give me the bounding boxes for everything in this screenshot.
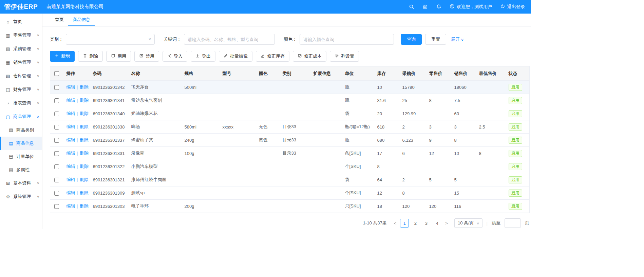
page-button-1[interactable]: 1 bbox=[400, 219, 409, 227]
delete-link[interactable]: 删除 bbox=[80, 164, 89, 169]
column-settings-button[interactable]: 列设置 bbox=[330, 51, 359, 62]
row-checkbox[interactable] bbox=[54, 85, 59, 90]
row-checkbox[interactable] bbox=[54, 164, 59, 169]
delete-link[interactable]: 删除 bbox=[80, 84, 89, 90]
main-area: 首页商品信息 类别： ∨ 关键词： 颜色： 查询 重置 展开∨ bbox=[42, 14, 531, 229]
sidebar-item-sales[interactable]: ▦销售管理∨ bbox=[0, 56, 42, 69]
add-button[interactable]: 新增 bbox=[50, 51, 75, 62]
table-cell: 只[SKU] bbox=[342, 200, 374, 213]
table-cell: 6901236301342 bbox=[90, 81, 128, 94]
keyword-input[interactable] bbox=[184, 34, 275, 45]
table-cell: 120 bbox=[399, 200, 426, 213]
row-checkbox[interactable] bbox=[54, 178, 59, 182]
sidebar-item-measure-unit[interactable]: ▤计量单位 bbox=[0, 150, 42, 163]
sidebar-item-warehouse[interactable]: ▧仓库管理∨ bbox=[0, 69, 42, 83]
page-button-3[interactable]: 3 bbox=[422, 219, 431, 227]
sidebar-item-label: 多属性 bbox=[16, 167, 39, 173]
search-button[interactable]: 查询 bbox=[401, 34, 422, 45]
chevron-down-icon: ∨ bbox=[37, 88, 40, 91]
sidebar-item-basic-data[interactable]: ⊞基本资料∨ bbox=[0, 176, 42, 190]
edit-link[interactable]: 编辑 bbox=[67, 111, 75, 116]
export-button[interactable]: 导出 bbox=[191, 51, 215, 62]
delete-link[interactable]: 删除 bbox=[80, 124, 89, 129]
fix-stock-button[interactable]: 修正库存 bbox=[256, 51, 289, 62]
sidebar-item-purchase[interactable]: ▤采购管理∨ bbox=[0, 42, 42, 56]
search-icon[interactable] bbox=[409, 4, 414, 9]
sidebar-item-product[interactable]: ▢商品管理∧ bbox=[0, 110, 42, 123]
disable-button[interactable]: 禁用 bbox=[134, 51, 159, 62]
sidebar-item-product-info[interactable]: ▤商品信息 bbox=[0, 137, 42, 150]
status-badge: 启用 bbox=[509, 163, 522, 170]
batch-edit-button[interactable]: 批量编辑 bbox=[219, 51, 252, 62]
sidebar-item-system[interactable]: ⚙系统管理∨ bbox=[0, 190, 42, 203]
row-checkbox[interactable] bbox=[54, 112, 59, 116]
table-cell bbox=[476, 160, 505, 173]
page-size-select[interactable]: 10 条/页 ∨ bbox=[454, 218, 482, 228]
table-cell: 2 bbox=[399, 173, 426, 186]
bank-icon[interactable] bbox=[422, 4, 428, 9]
pencil-icon bbox=[224, 54, 228, 59]
enable-button[interactable]: 启用 bbox=[106, 51, 131, 62]
table-cell bbox=[310, 200, 342, 213]
prev-page-icon[interactable]: < bbox=[392, 221, 398, 226]
table-cell: 小鹏汽车模型 bbox=[128, 160, 181, 173]
bell-icon[interactable] bbox=[436, 4, 441, 9]
delete-link[interactable]: 删除 bbox=[80, 177, 89, 182]
edit-link[interactable]: 编辑 bbox=[67, 151, 75, 156]
table-cell: 15 bbox=[451, 186, 476, 200]
edit-link[interactable]: 编辑 bbox=[67, 203, 75, 209]
page-button-2[interactable]: 2 bbox=[411, 219, 420, 227]
jump-page-input[interactable] bbox=[505, 218, 521, 228]
edit-link[interactable]: 编辑 bbox=[67, 124, 75, 129]
tab-product-info[interactable]: 商品信息 bbox=[68, 14, 95, 26]
welcome-user[interactable]: 欢迎您，测试用户 bbox=[450, 4, 492, 10]
sidebar-item-report[interactable]: ◔报表查询∨ bbox=[0, 96, 42, 110]
color-input[interactable] bbox=[300, 34, 394, 45]
delete-link[interactable]: 删除 bbox=[80, 111, 89, 116]
fix-cost-button[interactable]: 修正成本 bbox=[293, 51, 326, 62]
delete-button[interactable]: 删除 bbox=[78, 51, 103, 62]
edit-link[interactable]: 编辑 bbox=[67, 177, 75, 182]
expand-link[interactable]: 展开∨ bbox=[451, 36, 463, 42]
sidebar-item-retail[interactable]: ▥零售管理∨ bbox=[0, 28, 42, 42]
table-cell: 25 bbox=[399, 94, 426, 107]
sidebar-item-product-category[interactable]: ▤商品类别 bbox=[0, 123, 42, 137]
table-cell bbox=[255, 160, 279, 173]
edit-link[interactable]: 编辑 bbox=[67, 98, 75, 103]
edit-link[interactable]: 编辑 bbox=[67, 164, 75, 169]
row-checkbox[interactable] bbox=[54, 204, 59, 209]
category-select[interactable]: ∨ bbox=[66, 34, 155, 45]
tab-home[interactable]: 首页 bbox=[51, 14, 68, 26]
chevron-down-icon: ∨ bbox=[37, 101, 40, 105]
delete-link[interactable]: 删除 bbox=[80, 137, 89, 142]
sidebar-item-home[interactable]: ⌂首页 bbox=[0, 15, 42, 28]
import-button[interactable]: 导入 bbox=[163, 51, 187, 62]
table-cell: 31.6 bbox=[374, 94, 399, 107]
table-cell: 3 bbox=[426, 120, 451, 134]
table-cell bbox=[219, 147, 255, 160]
select-all-checkbox[interactable] bbox=[54, 71, 59, 76]
delete-link[interactable]: 删除 bbox=[80, 98, 89, 103]
row-checkbox[interactable] bbox=[54, 98, 59, 103]
row-checkbox[interactable] bbox=[54, 138, 59, 143]
sidebar-item-multi-attribute[interactable]: ▤多属性 bbox=[0, 163, 42, 176]
row-checkbox[interactable] bbox=[54, 125, 59, 130]
sidebar-item-label: 基本资料 bbox=[13, 180, 36, 186]
delete-link[interactable]: 删除 bbox=[80, 151, 89, 156]
doc-icon: ▤ bbox=[8, 167, 14, 172]
delete-link[interactable]: 删除 bbox=[80, 190, 89, 195]
edit-link[interactable]: 编辑 bbox=[67, 137, 75, 142]
table-cell bbox=[181, 160, 219, 173]
next-page-icon[interactable]: > bbox=[443, 221, 450, 226]
edit-link[interactable]: 编辑 bbox=[67, 84, 75, 90]
table-cell: 电子手环 bbox=[128, 200, 181, 213]
logout-button[interactable]: 退出登录 bbox=[500, 4, 525, 10]
edit-link[interactable]: 编辑 bbox=[67, 190, 75, 195]
row-checkbox[interactable] bbox=[54, 151, 59, 156]
page-button-4[interactable]: 4 bbox=[433, 219, 441, 227]
status-badge: 启用 bbox=[509, 150, 522, 157]
row-checkbox[interactable] bbox=[54, 191, 59, 196]
sidebar-item-finance[interactable]: ◫财务管理∨ bbox=[0, 83, 42, 96]
delete-link[interactable]: 删除 bbox=[80, 203, 89, 209]
reset-button[interactable]: 重置 bbox=[425, 34, 446, 45]
